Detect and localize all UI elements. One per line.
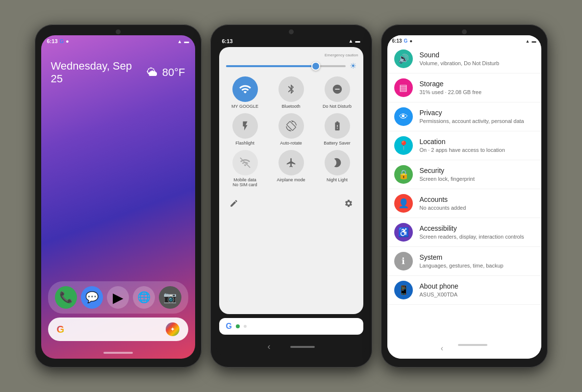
signal-icon-1: ▲ (177, 39, 182, 44)
airplane-tile-label: Airplane mode (277, 177, 305, 183)
security-sub: Screen lock, fingerprint (420, 175, 534, 182)
gear-svg-icon (344, 199, 353, 208)
nav-bar-3: ‹ (387, 340, 541, 359)
tile-autorotate[interactable]: Auto-rotate (270, 113, 312, 146)
signal-icon-3: ▲ (526, 39, 530, 44)
accessibility-text: Accessibility Screen readers, display, i… (420, 224, 534, 240)
nightlight-tile-icon[interactable] (325, 150, 350, 175)
settings-item-system[interactable]: ℹ System Languages, gestures, time, back… (387, 247, 541, 276)
flashlight-tile-icon[interactable] (232, 113, 258, 139)
dot-3: ● (409, 38, 412, 44)
status-bar-1: 6:13 G ● ▲ ▬ (41, 35, 195, 45)
settings-icon[interactable] (341, 196, 356, 211)
back-button-2[interactable]: ‹ (268, 342, 271, 352)
settings-item-security[interactable]: 🔒 Security Screen lock, fingerprint (387, 160, 541, 189)
accessibility-icon-circle: ♿ (394, 223, 413, 242)
privacy-title: Privacy (420, 108, 534, 117)
settings-item-sound[interactable]: 🔊 Sound Volume, vibration, Do Not Distur… (387, 45, 541, 74)
dock-play-icon[interactable]: ▶ (107, 286, 129, 309)
time-2: 6:13 (222, 38, 233, 44)
home-indicator-2[interactable] (290, 346, 315, 348)
system-title: System (420, 253, 534, 262)
settings-item-privacy[interactable]: 👁 Privacy Permissions, account activity,… (387, 102, 541, 131)
about-icon-circle: 📱 (394, 281, 413, 299)
location-title: Location (420, 137, 534, 146)
mobiledata-svg-icon (240, 157, 251, 168)
nav-bar-1 (41, 349, 195, 359)
settings-item-accessibility[interactable]: ♿ Accessibility Screen readers, display,… (387, 218, 541, 247)
privacy-icon-circle: 👁 (394, 107, 413, 126)
tile-wifi[interactable]: MY GOOGLE (224, 76, 266, 109)
dnd-tile-label: Do Not Disturb (323, 104, 352, 109)
screen-2: 6:13 ▲ ▬ Emergency caution ☀ (216, 35, 366, 359)
camera-notch-3 (462, 29, 467, 34)
phone-1-pixel: 6:13 G ● ▲ ▬ Wednesday, Sep 25 🌥 80°F 📞 … (35, 24, 202, 368)
battery-tile-label: Battery Saver (324, 141, 351, 146)
messages-app-icon: 💬 (85, 291, 99, 304)
battery-icon-1: ▬ (184, 39, 189, 44)
settings-item-about[interactable]: 📱 About phone ASUS_X00TDA (387, 276, 541, 305)
dock-chrome-icon[interactable]: 🌐 (133, 286, 155, 309)
tile-battery[interactable]: Battery Saver (316, 113, 358, 146)
status-bar-3: 6:13 G ● ▲ ▬ (387, 35, 541, 45)
dock-camera-icon[interactable]: 📷 (159, 286, 181, 309)
mobiledata-tile-label: Mobile dataNo SIM card (232, 177, 257, 188)
home-indicator-1 (103, 352, 133, 354)
tile-flashlight[interactable]: Flashlight (224, 113, 266, 146)
screen-1: 6:13 G ● ▲ ▬ Wednesday, Sep 25 🌥 80°F 📞 … (41, 35, 195, 359)
brightness-row[interactable]: ☀ (224, 61, 358, 71)
google-g-2: G (226, 322, 232, 331)
settings-item-location[interactable]: 📍 Location On · 2 apps have access to lo… (387, 131, 541, 160)
settings-list: 🔊 Sound Volume, vibration, Do Not Distur… (387, 45, 541, 340)
edit-icon[interactable] (226, 196, 242, 211)
google-search-bar[interactable]: G ✦ (48, 318, 188, 341)
dnd-tile-icon[interactable] (325, 76, 350, 102)
status-right-3: ▲ ▬ (526, 39, 536, 44)
status-right-1: ▲ ▬ (177, 39, 189, 44)
google-assistant-icon[interactable]: ✦ (166, 322, 179, 336)
sound-title: Sound (420, 50, 534, 59)
tile-bluetooth[interactable]: Bluetooth (270, 76, 312, 109)
settings-item-storage[interactable]: ▤ Storage 31% used · 22.08 GB free (387, 74, 541, 102)
pencil-svg-icon (229, 199, 238, 208)
accounts-title: Accounts (420, 195, 534, 204)
status-left-1: 6:13 G ● (47, 38, 69, 44)
tile-mobile-data[interactable]: Mobile dataNo SIM card (224, 150, 266, 188)
home-spacer (41, 90, 195, 281)
brightness-thumb[interactable] (311, 62, 320, 71)
airplane-tile-icon[interactable] (278, 150, 304, 175)
back-button-3[interactable]: ‹ (441, 344, 443, 353)
autorotate-tile-icon[interactable] (278, 113, 304, 139)
system-text: System Languages, gestures, time, backup (420, 253, 534, 269)
tile-airplane[interactable]: Airplane mode (270, 150, 312, 188)
security-title: Security (420, 166, 534, 175)
autorotate-tile-label: Auto-rotate (280, 141, 302, 146)
chrome-app-icon: 🌐 (137, 291, 151, 304)
wifi-tile-icon[interactable] (232, 76, 258, 102)
dock-messages-icon[interactable]: 💬 (81, 286, 103, 309)
bluetooth-tile-icon[interactable] (278, 76, 304, 102)
g-logo-1: G (60, 38, 64, 44)
dnd-svg-icon (332, 84, 343, 95)
time-1: 6:13 (47, 38, 58, 44)
bluetooth-svg-icon (286, 84, 297, 95)
time-3: 6:13 (392, 38, 402, 44)
temperature-text: 80°F (162, 66, 185, 79)
brightness-track[interactable] (226, 65, 346, 67)
privacy-sub: Permissions, account activity, personal … (420, 118, 534, 124)
dock-phone-icon[interactable]: 📞 (55, 286, 77, 309)
search-bar-2[interactable]: G (219, 318, 363, 335)
settings-item-accounts[interactable]: 👤 Accounts No accounts added (387, 189, 541, 218)
tile-dnd[interactable]: Do Not Disturb (316, 76, 358, 109)
brightness-fill (226, 65, 316, 67)
date-weather: Wednesday, Sep 25 🌥 80°F (41, 45, 195, 90)
security-text: Security Screen lock, fingerprint (420, 166, 534, 182)
quick-tiles-grid: MY GOOGLE Bluetooth (224, 76, 358, 188)
camera-app-icon: 📷 (163, 291, 177, 304)
tile-nightlight[interactable]: Night Light (316, 150, 358, 188)
battery-tile-icon[interactable] (325, 113, 350, 139)
mobiledata-tile-icon[interactable] (232, 150, 258, 175)
location-sub: On · 2 apps have access to location (420, 147, 534, 153)
dot-icon-1: ● (66, 38, 69, 44)
phone-3-settings: 6:13 G ● ▲ ▬ 🔊 Sound Volume, vibration, … (381, 24, 548, 368)
